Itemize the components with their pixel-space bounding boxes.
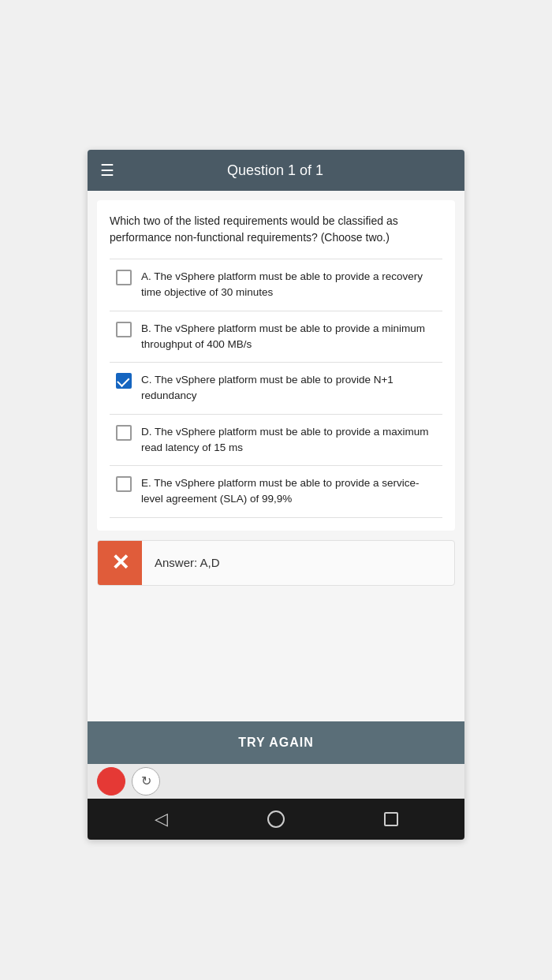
checkbox-e[interactable] xyxy=(116,476,132,492)
checkbox-b[interactable] xyxy=(116,322,132,337)
nav-bar: ◁ xyxy=(88,799,464,840)
option-b[interactable]: B. The vSphere platform must be able to … xyxy=(110,311,442,363)
phone-container: ☰ Question 1 of 1 Which two of the liste… xyxy=(88,150,464,840)
option-d[interactable]: D. The vSphere platform must be able to … xyxy=(110,415,442,467)
option-b-text: B. The vSphere platform must be able to … xyxy=(141,321,436,353)
nav-home-button[interactable] xyxy=(260,803,292,835)
option-a[interactable]: A. The vSphere platform must be able to … xyxy=(110,259,442,311)
option-a-text: A. The vSphere platform must be able to … xyxy=(141,269,436,301)
spacer xyxy=(88,595,464,721)
answer-icon-wrong: ✕ xyxy=(98,541,142,585)
option-c[interactable]: C. The vSphere platform must be able to … xyxy=(110,363,442,415)
checkbox-a[interactable] xyxy=(116,270,132,285)
question-card: Which two of the listed requirements wou… xyxy=(97,200,455,531)
system-bar: ↻ xyxy=(88,764,464,799)
option-c-text: C. The vSphere platform must be able to … xyxy=(141,372,436,404)
question-text: Which two of the listed requirements wou… xyxy=(110,213,442,246)
nav-recents-button[interactable] xyxy=(375,803,407,835)
refresh-icon: ↻ xyxy=(141,773,151,788)
option-e[interactable]: E. The vSphere platform must be able to … xyxy=(110,466,442,518)
header: ☰ Question 1 of 1 xyxy=(88,150,464,191)
record-button[interactable] xyxy=(97,767,125,796)
option-d-text: D. The vSphere platform must be able to … xyxy=(141,424,436,456)
checkbox-c[interactable] xyxy=(116,373,132,389)
menu-icon[interactable]: ☰ xyxy=(100,161,114,180)
option-e-text: E. The vSphere platform must be able to … xyxy=(141,475,436,508)
checkbox-d[interactable] xyxy=(116,425,132,441)
answer-text: Answer: A,D xyxy=(142,556,233,569)
try-again-button[interactable]: TRY AGAIN xyxy=(88,721,464,764)
wrong-icon: ✕ xyxy=(111,552,129,574)
header-title: Question 1 of 1 xyxy=(127,162,423,179)
answer-card: ✕ Answer: A,D xyxy=(97,540,455,586)
home-circle-icon xyxy=(267,810,285,828)
nav-back-button[interactable]: ◁ xyxy=(145,803,177,835)
recents-square-icon xyxy=(384,812,398,826)
options-list: A. The vSphere platform must be able to … xyxy=(110,259,442,518)
refresh-button[interactable]: ↻ xyxy=(132,767,160,796)
